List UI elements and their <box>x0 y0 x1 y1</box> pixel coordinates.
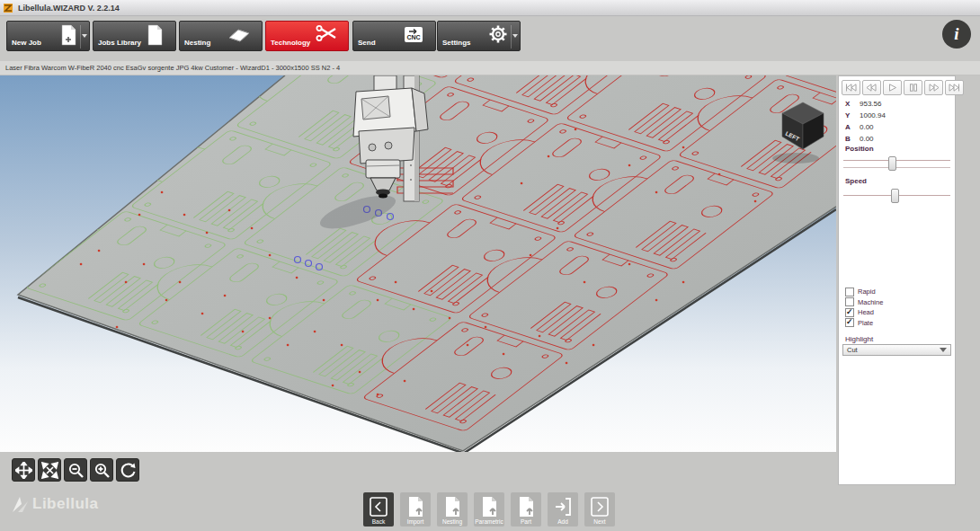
machine-checkbox[interactable]: Machine <box>845 297 883 308</box>
position-slider-track <box>843 160 950 161</box>
zoom-out-icon <box>67 462 85 479</box>
head-checkbox[interactable]: Head <box>845 307 883 318</box>
part-document-icon <box>516 495 536 518</box>
speed-label: Speed <box>845 177 867 185</box>
back-button[interactable]: Back <box>363 492 394 527</box>
main-toolbar: New Job Jobs Library Nesting Technology … <box>0 16 980 61</box>
rapid-checkbox[interactable]: Rapid <box>845 287 883 297</box>
back-icon <box>369 495 388 518</box>
fast-forward-icon <box>928 84 940 92</box>
gear-icon <box>487 24 509 46</box>
pan-button[interactable] <box>12 458 35 482</box>
rapid-checkbox-box[interactable] <box>845 288 854 296</box>
coordinate-readout: X 953.56 Y 1000.94 A 0.00 B 0.00 <box>845 100 886 146</box>
plate-checkbox-box[interactable] <box>845 318 854 327</box>
highlight-dropdown[interactable]: Cut <box>842 344 951 356</box>
rewind-icon <box>866 84 878 92</box>
position-slider[interactable] <box>843 155 950 172</box>
play-icon <box>887 84 897 92</box>
document-icon <box>145 24 165 46</box>
skip-start-button[interactable] <box>842 80 860 95</box>
head-checkbox-box[interactable] <box>845 308 854 317</box>
viewport-3d[interactable]: LEFT <box>0 75 836 452</box>
fast-forward-button[interactable] <box>924 80 943 95</box>
new-document-icon <box>58 24 78 46</box>
coord-x: X 953.56 <box>845 100 886 111</box>
jobs-library-button[interactable]: Jobs Library <box>93 21 176 51</box>
skip-start-icon <box>845 84 857 92</box>
dropdown-caret-icon[interactable] <box>512 34 518 38</box>
import-button[interactable]: Import <box>400 492 431 527</box>
add-job-icon <box>553 495 573 518</box>
pause-icon <box>909 84 918 92</box>
machine-checkbox-box[interactable] <box>845 297 854 306</box>
cnc-icon: CNC <box>403 24 424 46</box>
zoom-in-icon <box>94 462 111 479</box>
skip-end-icon <box>949 84 960 92</box>
layer-toggles: Rapid Machine Head Plate <box>845 287 883 328</box>
job-description-bar: Laser Fibra Warcom W-FibeR 2040 cnc EsaG… <box>0 61 980 75</box>
button-divider <box>80 25 81 49</box>
part-button[interactable]: Part <box>511 492 541 527</box>
next-button[interactable]: Next <box>584 492 615 527</box>
pause-button[interactable] <box>904 80 922 95</box>
view-toolbar <box>12 458 139 482</box>
position-label: Position <box>845 145 874 153</box>
new-job-button[interactable]: New Job <box>6 21 90 51</box>
rotate-view-icon <box>120 462 137 479</box>
pan-icon <box>15 462 32 479</box>
nesting-button[interactable]: Nesting <box>179 21 263 51</box>
zoom-out-button[interactable] <box>64 458 87 482</box>
app-logo-icon <box>4 3 13 13</box>
parametric-document-icon <box>479 495 499 518</box>
window-title: Libellula.WIZARD V. 2.2.14 <box>18 4 120 13</box>
skip-end-button[interactable] <box>945 80 964 95</box>
rewind-button[interactable] <box>862 80 881 95</box>
parametric-button[interactable]: Parametric <box>474 492 504 527</box>
libellula-logo: Libellula <box>12 495 98 513</box>
libellula-logo-text: Libellula <box>32 495 98 513</box>
rotate-view-button[interactable] <box>116 458 139 482</box>
technology-button[interactable]: Technology <box>265 21 349 51</box>
window-titlebar: Libellula.WIZARD V. 2.2.14 <box>0 0 980 16</box>
add-button[interactable]: Add <box>548 492 578 527</box>
info-button[interactable]: i <box>942 20 971 49</box>
speed-slider[interactable] <box>843 188 950 204</box>
zoom-in-button[interactable] <box>90 458 113 482</box>
job-description-text: Laser Fibra Warcom W-FibeR 2040 cnc EsaG… <box>5 64 340 72</box>
scissors-icon <box>316 24 337 46</box>
dropdown-caret-icon[interactable] <box>82 34 87 38</box>
libellula-logo-icon <box>12 495 29 513</box>
sheet-icon <box>227 24 251 46</box>
plate-checkbox[interactable]: Plate <box>845 318 883 329</box>
position-slider-ticks <box>843 167 950 168</box>
wizard-navbar: Back Import Nesting Parametric Part A <box>363 492 615 527</box>
coord-a: A 0.00 <box>845 123 886 135</box>
highlight-dropdown-value: Cut <box>847 346 858 354</box>
next-icon <box>590 495 610 518</box>
fit-view-icon <box>41 462 58 479</box>
nesting-document-icon <box>442 495 462 518</box>
send-button[interactable]: CNC Send <box>352 21 436 51</box>
coord-y: Y 1000.94 <box>845 111 886 123</box>
highlight-label: Highlight <box>845 335 873 343</box>
svg-text:CNC: CNC <box>406 34 420 40</box>
nesting-nav-button[interactable]: Nesting <box>437 492 468 527</box>
fit-view-button[interactable] <box>38 458 61 482</box>
simulation-panel: X 953.56 Y 1000.94 A 0.00 B 0.00 Positio… <box>838 75 956 485</box>
import-document-icon <box>405 495 425 518</box>
button-divider <box>511 25 512 49</box>
scene-3d: LEFT <box>0 75 836 452</box>
position-slider-handle[interactable] <box>888 156 896 171</box>
speed-slider-handle[interactable] <box>891 189 899 203</box>
chevron-down-icon <box>940 348 947 352</box>
settings-button[interactable]: Settings <box>437 21 521 51</box>
transport-controls <box>842 80 964 95</box>
play-button[interactable] <box>883 80 902 95</box>
